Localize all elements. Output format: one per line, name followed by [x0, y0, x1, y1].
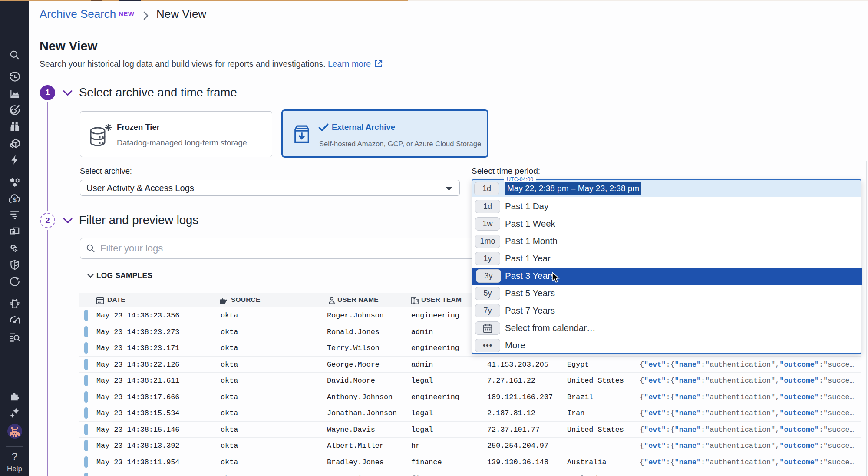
svg-text:$: $ [13, 196, 17, 203]
